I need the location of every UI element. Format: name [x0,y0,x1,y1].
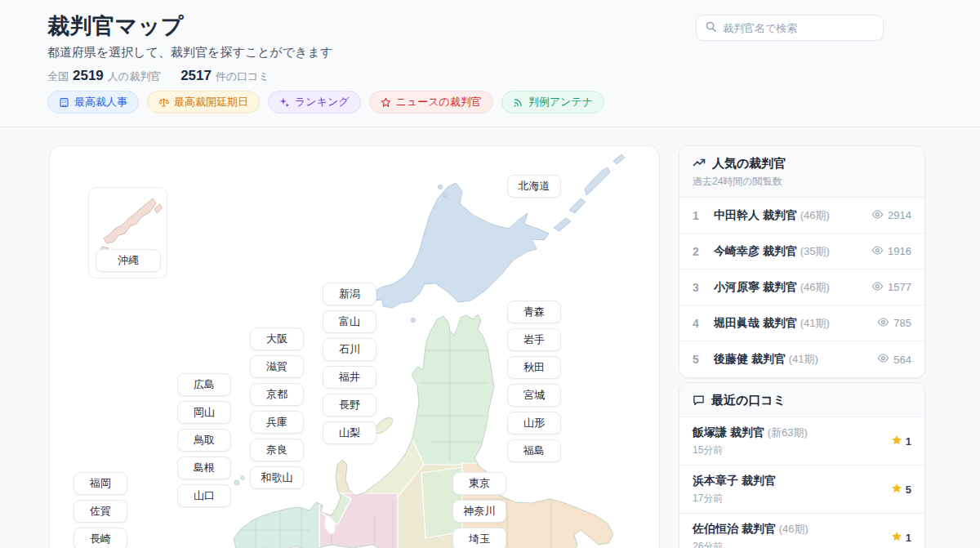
reviews-panel-header: 最近の口コミ [679,383,924,417]
sparkles-icon [279,97,290,108]
stats-line: 全国 2519 人の裁判官 2517 件の口コミ [47,68,270,84]
judge-term: (35期) [800,245,830,257]
judge-name: 中田幹人 裁判官 (46期) [714,208,871,223]
eye-icon [877,352,889,367]
speech-bubble-icon [693,394,705,408]
rank-number: 3 [693,281,714,294]
badge-rss[interactable]: 判例アンテナ [501,91,604,114]
judge-term: (46期) [800,209,830,221]
judge-term: (46期) [779,523,808,535]
star-icon [891,531,902,545]
oki-islands [234,480,239,485]
rss-icon [513,97,523,108]
prefecture-button-東京[interactable]: 東京 [452,472,506,495]
reviews-suffix: 件の口コミ [216,69,270,84]
popular-judge-row[interactable]: 5 後藤健 裁判官 (41期) 564 [679,341,924,377]
prefecture-button-山形[interactable]: 山形 [507,412,561,434]
prefecture-button-山梨[interactable]: 山梨 [323,421,376,444]
badge-star-outline[interactable]: ニュースの裁判官 [369,91,493,114]
page-subtitle: 都道府県を選択して、裁判官を探すことができます [47,45,332,60]
page-title: 裁判官マップ [47,11,184,41]
search-icon [705,20,717,36]
judge-name: 佐伯恒治 裁判官 (46期) [693,522,891,537]
review-row[interactable]: 佐伯恒治 裁判官 (46期) 26分前 1 [679,514,924,548]
badge-building[interactable]: 最高裁人事 [47,91,139,114]
popular-panel-header: 人気の裁判官 過去24時間の閲覧数 [679,146,924,198]
star-icon [891,434,902,448]
judge-name: 今崎幸彦 裁判官 (35期) [714,244,871,259]
prefecture-button-青森[interactable]: 青森 [507,301,561,323]
reviews-list: 飯塚謙 裁判官 (新63期) 15分前 1 浜本章子 裁判官 17分前 5 [679,417,924,548]
prefecture-button-okinawa[interactable]: 沖縄 [96,249,161,272]
prefecture-button-佐賀[interactable]: 佐賀 [74,500,127,523]
reviews-panel-title: 最近の口コミ [711,393,786,408]
popular-judge-row[interactable]: 3 小河原寧 裁判官 (46期) 1577 [679,270,924,305]
rank-number: 4 [693,317,714,330]
rank-number: 2 [693,245,714,258]
prefecture-button-新潟[interactable]: 新潟 [323,283,376,305]
japan-map-card: 沖縄 北海道青森岩手秋田宮城山形福島新潟富山石川福井長野山梨大阪滋賀京都兵庫奈良… [49,145,660,548]
prefecture-button-福島[interactable]: 福島 [507,439,561,462]
prefecture-button-京都[interactable]: 京都 [250,383,304,406]
prefecture-button-岩手[interactable]: 岩手 [507,328,561,351]
review-time: 26分前 [693,540,891,548]
eye-icon [871,244,884,259]
recent-reviews-panel: 最近の口コミ 飯塚謙 裁判官 (新63期) 15分前 1 浜本章子 裁判官 17… [679,382,925,548]
rank-number: 5 [693,353,714,366]
page-header: 裁判官マップ 都道府県を選択して、裁判官を探すことができます 全国 2519 人… [0,0,980,127]
prefecture-button-埼玉[interactable]: 埼玉 [452,528,506,548]
building-icon [59,97,69,108]
reviews-count: 2517 [180,68,212,84]
view-count: 2914 [871,208,911,223]
search-box[interactable] [696,15,884,41]
judge-term: (新63期) [768,426,808,439]
prefecture-button-長野[interactable]: 長野 [323,394,376,417]
review-rating: 5 [891,483,911,497]
prefecture-button-滋賀[interactable]: 滋賀 [250,355,304,378]
prefecture-button-岡山[interactable]: 岡山 [177,401,231,424]
review-time: 17分前 [693,492,891,506]
view-count: 785 [877,316,911,331]
badge-sparkles[interactable]: ランキング [268,91,361,114]
prefecture-button-広島[interactable]: 広島 [177,373,231,396]
judge-name: 飯塚謙 裁判官 (新63期) [693,425,891,440]
star-outline-icon [381,97,391,108]
prefecture-button-石川[interactable]: 石川 [323,338,376,361]
prefecture-button-山口[interactable]: 山口 [177,484,231,507]
view-count: 564 [877,352,911,367]
prefecture-button-兵庫[interactable]: 兵庫 [250,411,304,434]
review-row[interactable]: 浜本章子 裁判官 17分前 5 [679,466,924,514]
prefecture-button-宮城[interactable]: 宮城 [507,384,561,407]
prefecture-button-神奈川[interactable]: 神奈川 [452,500,506,523]
popular-list: 1 中田幹人 裁判官 (46期) 2914 2 今崎幸彦 裁判官 (35期) 1… [679,198,924,377]
badge-scales[interactable]: 最高裁開廷期日 [147,91,260,114]
judge-term: (41期) [800,317,830,329]
prefecture-button-秋田[interactable]: 秋田 [507,356,561,379]
review-row[interactable]: 飯塚謙 裁判官 (新63期) 15分前 1 [679,417,924,466]
prefecture-button-奈良[interactable]: 奈良 [250,439,304,461]
prefecture-button-長崎[interactable]: 長崎 [74,528,127,548]
popular-judge-row[interactable]: 4 堀田眞哉 裁判官 (41期) 785 [679,305,924,341]
popular-judge-row[interactable]: 1 中田幹人 裁判官 (46期) 2914 [679,198,924,234]
region-hokkaido [372,154,625,323]
prefecture-button-和歌山[interactable]: 和歌山 [250,466,304,489]
prefecture-button-北海道[interactable]: 北海道 [507,175,561,198]
judge-name: 後藤健 裁判官 (41期) [714,352,877,367]
scales-icon [158,97,169,108]
popular-judges-panel: 人気の裁判官 過去24時間の閲覧数 1 中田幹人 裁判官 (46期) 2914 … [679,145,925,378]
review-time: 15分前 [693,443,891,457]
judge-term: (41期) [789,353,818,365]
view-count: 1916 [871,244,911,259]
judge-name: 浜本章子 裁判官 [693,474,891,488]
prefecture-button-大阪[interactable]: 大阪 [250,327,304,350]
prefecture-button-福岡[interactable]: 福岡 [74,472,127,495]
search-input[interactable] [723,22,875,34]
prefecture-button-福井[interactable]: 福井 [323,366,376,389]
prefecture-button-島根[interactable]: 島根 [177,457,231,479]
judges-count: 2519 [73,68,104,84]
popular-judge-row[interactable]: 2 今崎幸彦 裁判官 (35期) 1916 [679,234,924,270]
judges-suffix: 人の裁判官 [108,69,161,84]
stats-scope-label: 全国 [47,69,69,84]
prefecture-button-富山[interactable]: 富山 [323,310,376,333]
prefecture-button-鳥取[interactable]: 鳥取 [177,429,231,452]
